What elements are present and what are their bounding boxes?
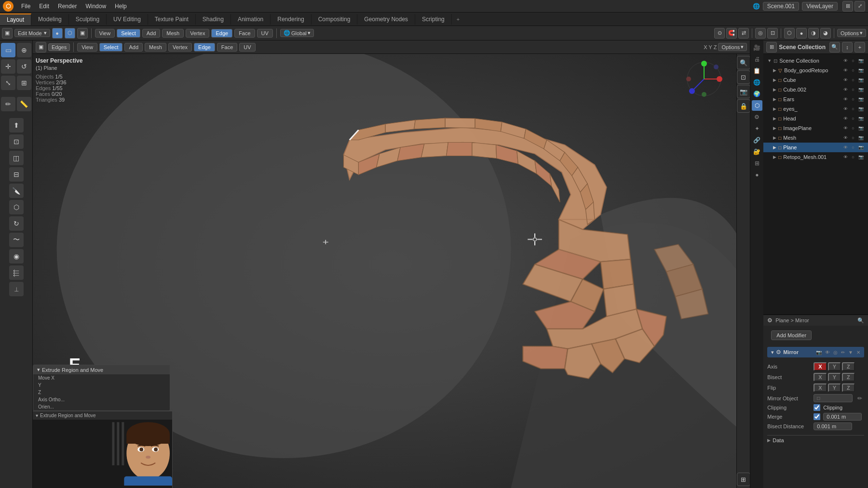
tab-geometry-nodes[interactable]: Geometry Nodes bbox=[357, 14, 415, 25]
cursor-tool[interactable]: ⊕ bbox=[17, 43, 31, 57]
scene-item-cube002[interactable]: ▶ □ Cube.002 👁 ○ 📷 bbox=[763, 85, 868, 94]
select-box-tool[interactable]: ▭ bbox=[1, 43, 15, 57]
item-0-select[interactable]: ○ bbox=[850, 67, 856, 74]
overlay-btn[interactable]: ◎ bbox=[755, 28, 766, 39]
outliner-filter-btn[interactable]: 🔍 bbox=[829, 42, 840, 53]
bisect-x-btn[interactable]: X bbox=[814, 373, 827, 382]
clipping-checkbox[interactable] bbox=[814, 404, 820, 411]
tab-uv-editing[interactable]: UV Editing bbox=[107, 14, 148, 25]
mesh-render[interactable]: 📷 bbox=[857, 134, 864, 141]
vp-view-btn[interactable]: View bbox=[77, 43, 97, 52]
inset-tool[interactable]: ⊡ bbox=[9, 134, 24, 149]
tab-compositing[interactable]: Compositing bbox=[312, 14, 358, 25]
outliner-sync-btn[interactable]: ↕ bbox=[842, 42, 853, 53]
vp-uv-btn[interactable]: UV bbox=[239, 43, 255, 52]
face-mode-btn[interactable]: ▣ bbox=[77, 28, 88, 39]
cube002-eye[interactable]: 👁 bbox=[842, 86, 849, 93]
plane-render[interactable]: 📷 bbox=[857, 144, 864, 151]
tab-animation[interactable]: Animation bbox=[231, 14, 271, 25]
bisect-y-btn[interactable]: Y bbox=[828, 373, 841, 382]
scale-tool[interactable]: ⤡ bbox=[1, 76, 15, 90]
scene-props-icon[interactable]: 🌐 bbox=[752, 77, 762, 88]
transform-tool[interactable]: ⊞ bbox=[17, 76, 31, 90]
view-menu-btn[interactable]: View bbox=[95, 29, 115, 38]
modifier-camera-icon[interactable]: 📷 bbox=[816, 350, 822, 355]
fullscreen-icon[interactable]: ⤢ bbox=[854, 1, 865, 12]
scene-item-body-retopo[interactable]: ▶ ▽ Body_goodRetopo 👁 ○ 📷 bbox=[763, 66, 868, 75]
menu-edit[interactable]: Edit bbox=[35, 2, 53, 11]
knife-tool[interactable]: 🔪 bbox=[9, 184, 24, 198]
flip-y-btn[interactable]: Y bbox=[828, 383, 841, 392]
eye-action-btn[interactable]: 👁 bbox=[842, 57, 849, 64]
rip-tool[interactable]: ⟂ bbox=[9, 282, 24, 296]
imageplane-eye[interactable]: 👁 bbox=[842, 125, 849, 132]
material-mode-btn[interactable]: ◑ bbox=[808, 28, 819, 39]
object-props-icon[interactable]: ⬡ bbox=[752, 100, 762, 111]
rec-blue-dot[interactable] bbox=[672, 59, 678, 65]
add-modifier-btn[interactable]: Add Modifier bbox=[771, 330, 812, 340]
axis-z-btn[interactable]: Z bbox=[842, 362, 855, 371]
data-props-icon[interactable]: ⊞ bbox=[752, 158, 762, 169]
search-props-btn[interactable]: 🔍 bbox=[857, 317, 864, 324]
output-props-icon[interactable]: 🖨 bbox=[752, 54, 762, 65]
scene-name[interactable]: Scene.001 bbox=[763, 2, 799, 11]
rec-red-dot[interactable] bbox=[655, 59, 661, 65]
editor-type-btn[interactable]: ▣ bbox=[2, 28, 13, 39]
data-section-header[interactable]: ▶ Data bbox=[767, 435, 864, 445]
edges-select-mode[interactable]: Edges bbox=[48, 43, 70, 51]
plane-eye[interactable]: 👁 bbox=[842, 144, 849, 151]
tab-rendering[interactable]: Rendering bbox=[271, 14, 311, 25]
scene-collection-root[interactable]: ▼ ⊡ Scene Collection 👁 ○ 📷 bbox=[763, 56, 868, 66]
viewport-canvas[interactable]: X Y Z bbox=[33, 40, 750, 488]
smooth-tool[interactable]: 〜 bbox=[9, 233, 24, 247]
flip-z-btn[interactable]: Z bbox=[842, 383, 855, 392]
scene-item-retopo-mesh[interactable]: ▶ □ Retopo_Mesh.001 👁 ○ 📷 bbox=[763, 152, 868, 162]
item-0-eye[interactable]: 👁 bbox=[842, 67, 849, 74]
mini-video-collapse-icon[interactable]: ▾ bbox=[36, 413, 38, 418]
shrink-tool[interactable]: ◉ bbox=[9, 249, 24, 264]
vp-face-btn[interactable]: Face bbox=[217, 43, 237, 52]
eyes-render[interactable]: 📷 bbox=[857, 106, 864, 112]
mesh-menu-btn[interactable]: Mesh bbox=[162, 29, 184, 38]
transform-orientation[interactable]: 🌐 Global ▾ bbox=[280, 29, 314, 37]
axis-y-btn[interactable]: Y bbox=[828, 362, 841, 371]
rec-circle-btn[interactable] bbox=[663, 59, 670, 66]
restrict-render-btn[interactable]: 📷 bbox=[857, 57, 864, 64]
bisect-z-btn[interactable]: Z bbox=[842, 373, 855, 382]
editor-type-icon[interactable]: ⊞ bbox=[842, 1, 853, 12]
modifier-edit-icon[interactable]: ✏ bbox=[841, 350, 845, 355]
solid-mode-btn[interactable]: ● bbox=[796, 28, 807, 39]
menu-render[interactable]: Render bbox=[54, 2, 81, 11]
options-btn[interactable]: Options ▾ bbox=[837, 29, 866, 37]
menu-file[interactable]: File bbox=[17, 2, 34, 11]
mode-selector[interactable]: Edit Mode ▾ bbox=[14, 29, 50, 37]
ears-eye[interactable]: 👁 bbox=[842, 96, 849, 103]
bevel-tool[interactable]: ◫ bbox=[9, 151, 24, 165]
modifier-props-icon[interactable]: ⚙ bbox=[752, 112, 762, 122]
scene-item-head[interactable]: ▶ □ Head 👁 ○ 📷 bbox=[763, 114, 868, 123]
item-0-render[interactable]: 📷 bbox=[857, 67, 864, 74]
tab-sculpting[interactable]: Sculpting bbox=[69, 14, 107, 25]
merge-checkbox[interactable] bbox=[814, 413, 820, 420]
merge-value-input[interactable]: 0.001 m bbox=[823, 413, 862, 421]
scene-item-cube[interactable]: ▶ □ Cube 👁 ○ 📷 bbox=[763, 75, 868, 85]
vertex-mode-btn[interactable]: ● bbox=[52, 28, 63, 39]
edge-mode-btn[interactable]: ⬡ bbox=[65, 28, 75, 39]
view-layer-name[interactable]: ViewLayer bbox=[802, 2, 838, 11]
axis-x-btn[interactable]: X bbox=[814, 362, 827, 371]
measure-tool[interactable]: 📏 bbox=[17, 97, 31, 111]
head-select[interactable]: ○ bbox=[850, 115, 856, 122]
vp-vertex-btn[interactable]: Vertex bbox=[168, 43, 192, 52]
particle-props-icon[interactable]: ✦ bbox=[752, 123, 762, 134]
menu-help[interactable]: Help bbox=[111, 2, 131, 11]
retopo-eye[interactable]: 👁 bbox=[842, 154, 849, 160]
vertex-menu-btn[interactable]: Vertex bbox=[186, 29, 209, 38]
cube-render[interactable]: 📷 bbox=[857, 77, 864, 83]
modifier-eye-icon[interactable]: 👁 bbox=[825, 350, 830, 355]
zoom-fit-btn[interactable]: ⊡ bbox=[737, 70, 750, 84]
render-props-icon[interactable]: 🎥 bbox=[752, 42, 762, 53]
cube-select[interactable]: ○ bbox=[850, 77, 856, 83]
vp-mesh-btn[interactable]: Mesh bbox=[145, 43, 166, 52]
lock-view-btn[interactable]: 🔒 bbox=[737, 99, 750, 113]
physics-props-icon[interactable]: 🔗 bbox=[752, 135, 762, 145]
